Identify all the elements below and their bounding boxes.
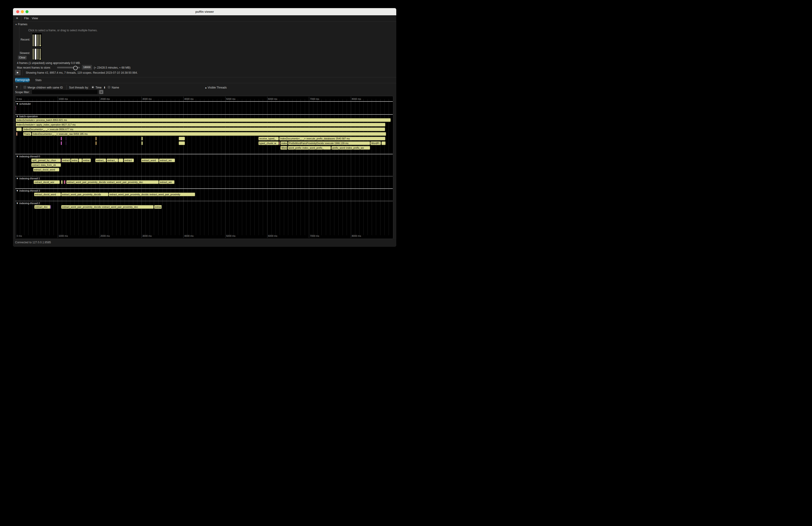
flame-scope-bar[interactable]: extract_word [141, 159, 159, 162]
flame-scope-bar[interactable]: IndexDocuments<_, _>::execute_raw 8459.1… [32, 132, 386, 136]
flame-scope-bar-small[interactable] [381, 141, 386, 145]
frame-bar-selected[interactable] [35, 49, 37, 60]
grid-line-major [141, 97, 142, 238]
flame-scope-bar[interactable]: extract_doc [34, 205, 50, 209]
max-frames-value[interactable]: 18000 [82, 65, 92, 70]
theme-sun-icon[interactable]: ☀ [16, 15, 18, 21]
merge-children-checkbox[interactable] [24, 86, 26, 89]
sort-time-label[interactable]: Time [96, 86, 102, 89]
flame-scope-bar[interactable]: word_prefix::index_word_prefix_ [288, 146, 331, 150]
flame-scope-bar-small[interactable] [118, 159, 124, 162]
clear-button[interactable]: Clear [18, 56, 27, 60]
frame-bar[interactable] [37, 49, 39, 60]
tab-stats[interactable]: Stats [35, 78, 42, 82]
flame-scope-bar[interactable]: extrac [82, 159, 91, 162]
frame-bar[interactable] [32, 49, 34, 60]
flame-scope-bar[interactable]: extract_docid_word [34, 192, 61, 196]
flame-scope-bar[interactable]: extract_word_pair_proximity_docids::extr… [66, 180, 159, 184]
clear-filter-button[interactable]: x [99, 90, 103, 94]
flame-scope-bar-small[interactable] [62, 180, 63, 184]
grid-line-major [183, 97, 184, 238]
flame-scope-bar[interactable]: split_grenad_by_chun [31, 159, 61, 162]
sort-time-radio[interactable] [91, 86, 94, 89]
flame-scope-bar-small[interactable] [179, 137, 185, 141]
flame-scope-bar-small[interactable] [141, 137, 143, 141]
flame-scope-bar[interactable]: typed_chunk::w [258, 141, 279, 145]
flame-scope-bar-small[interactable] [66, 141, 66, 145]
slider-knob[interactable] [73, 66, 78, 70]
frame-bar[interactable] [39, 49, 41, 60]
thread-label-batch-operation[interactable]: ▼ batch-operation [16, 115, 38, 118]
puffin-viewer-window: puffin viewer ☀ File View ▼ Frames Click… [13, 8, 396, 247]
flame-scope-bar-small[interactable] [66, 137, 66, 141]
flame-scope-bar-small[interactable] [61, 141, 62, 145]
scope-filter-input[interactable] [32, 90, 98, 94]
flame-scope-bar[interactable]: Trans [23, 132, 31, 136]
flame-scope-bar[interactable]: IndexScheduler>::process_batch 8953.821 … [16, 118, 391, 122]
flamegraph-canvas[interactable]: 0 ms1000 ms2000 ms3000 ms4000 ms5000 ms6… [15, 96, 393, 239]
flame-scope-bar[interactable]: extract_ [106, 159, 118, 162]
frames-header[interactable]: ▼ Frames [15, 23, 27, 26]
flame-scope-bar-small[interactable] [141, 141, 143, 145]
flame-scope-bar[interactable]: extract_docid_word [33, 168, 60, 172]
thread-label-indexing-thread:3[interactable]: ▼ indexing-thread:3 [16, 189, 40, 192]
flame-scope-bar[interactable]: receive_typed_ [258, 137, 279, 141]
flame-scope-bar[interactable]: IndexDocuments<_, _>::execute 8656.677 m… [23, 128, 385, 131]
flame-scope-bar-small[interactable] [61, 159, 62, 162]
flame-scope-bar[interactable]: extract [62, 159, 71, 162]
thread-label-scheduler[interactable]: ▼ scheduler [16, 102, 31, 105]
flame-scope-bar-small[interactable] [96, 141, 97, 145]
play-button[interactable]: ▶ [15, 70, 20, 75]
flame-scope-bar-small[interactable] [179, 141, 185, 145]
flame-scope-bar[interactable]: extract_word_pair_proximity_docids [61, 192, 108, 196]
flame-scope-bar-small[interactable] [64, 180, 66, 184]
flame-scope-bar-small[interactable] [16, 108, 16, 111]
flame-scope-bar-small[interactable] [61, 180, 62, 184]
sort-name-label[interactable]: Name [112, 86, 119, 89]
flame-scope-bar[interactable]: extract_wo [159, 180, 174, 184]
recent-frames-thumbnail[interactable] [32, 32, 42, 47]
menu-view[interactable]: View [32, 15, 38, 21]
flame-scope-bar[interactable]: extract_word_pair_proximity_docids::extr… [109, 192, 195, 196]
frame-bar[interactable] [32, 34, 34, 46]
bottom-ruler-tick-label: 1000 ms [59, 234, 68, 237]
flame-scope-bar[interactable]: extra [71, 159, 78, 162]
flame-scope-bar[interactable]: extract [124, 159, 134, 162]
merge-children-label[interactable]: Merge children with same ID [28, 86, 63, 89]
flame-scope-bar-small[interactable] [96, 137, 97, 141]
visible-threads-header[interactable]: ▶ Visible Threads [205, 86, 227, 89]
tab-flamegraph[interactable]: Flamegraph [15, 78, 29, 82]
flame-scope-bar[interactable]: extract::data_from_ob [31, 163, 61, 167]
flame-scope-bar[interactable]: index [280, 141, 288, 145]
flame-scope-bar[interactable]: PrefixWordPairsProximityDocids::execute … [288, 141, 370, 145]
flame-scope-bar-small[interactable] [50, 205, 51, 209]
flame-scope-bar-small[interactable] [61, 137, 62, 141]
flame-scope-bar-small[interactable] [16, 106, 16, 108]
sort-name-radio[interactable] [107, 86, 111, 89]
flame-scope-bar[interactable]: extract_docid_wor [33, 180, 60, 184]
menu-file[interactable]: File [24, 15, 29, 21]
flame-scope-bar-small[interactable] [16, 128, 22, 131]
thread-label-indexing-thread:2[interactable]: ▼ indexing-thread:2 [16, 202, 40, 205]
flame-scope-bar[interactable]: Word [280, 146, 287, 150]
max-frames-estimate: (≈ 23428.5 minutes, ≈ 68 MB) [94, 66, 130, 69]
flame-scope-bar[interactable]: extract_wo [159, 159, 175, 162]
frame-bar[interactable] [37, 34, 39, 46]
thread-label-indexing-thread:0[interactable]: ▼ indexing-thread:0 [16, 155, 40, 158]
flame-scope-bar[interactable]: prefix_word::index_prefix_wo [331, 146, 370, 150]
help-button[interactable]: ? [16, 86, 17, 89]
flame-scope-bar[interactable]: WordPr [370, 141, 381, 145]
flame-scope-bar-small[interactable] [78, 159, 82, 162]
flame-scope-bar[interactable]: extract_ [95, 159, 106, 162]
sort-direction-arrow-icon[interactable]: ⬇ [103, 86, 106, 89]
flame-scope-bar[interactable]: extract_word_pair_proximity_docids::extr… [61, 205, 154, 209]
slowest-frames-thumbnail[interactable] [32, 48, 42, 61]
flame-scope-bar[interactable]: IndexScheduler>::apply_index_operation 8… [16, 123, 386, 127]
flame-scope-bar-small[interactable] [279, 141, 280, 145]
frame-bar-selected[interactable] [35, 34, 37, 46]
thread-label-indexing-thread:1[interactable]: ▼ indexing-thread:1 [16, 177, 40, 180]
frame-bar[interactable] [39, 34, 41, 46]
flame-scope-bar[interactable]: extrac [154, 205, 162, 209]
flame-scope-bar-small[interactable] [16, 132, 18, 136]
flame-scope-bar[interactable]: IndexDocuments<_, _>::execute_prefix_dat… [279, 137, 386, 141]
